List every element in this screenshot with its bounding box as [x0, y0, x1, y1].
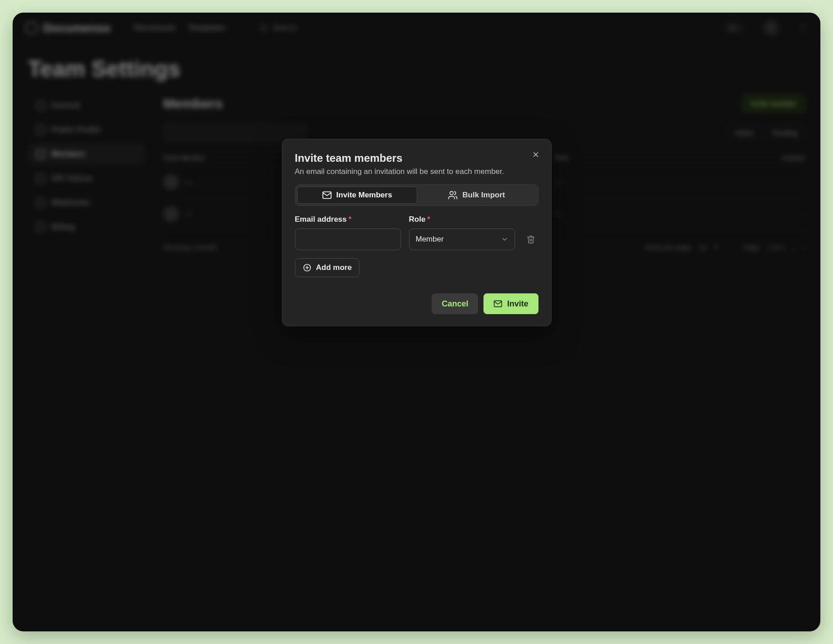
required-mark: *: [349, 215, 352, 224]
cancel-label: Cancel: [442, 299, 468, 309]
invite-button[interactable]: Invite: [483, 293, 538, 314]
mail-icon: [322, 190, 332, 200]
cancel-button[interactable]: Cancel: [432, 293, 478, 314]
remove-row-button[interactable]: [523, 228, 538, 250]
invite-form-row: Email address* Role* Member: [295, 215, 538, 250]
tab-invite-label: Invite Members: [336, 191, 392, 200]
tab-invite-members[interactable]: Invite Members: [297, 187, 417, 204]
role-field-wrapper: Role* Member: [409, 215, 515, 250]
role-value: Member: [416, 235, 444, 244]
app-window: Documenso Documents Templates Search ⌘ K…: [13, 13, 820, 631]
email-label: Email address*: [295, 215, 401, 224]
modal-title: Invite team members: [295, 152, 538, 164]
modal-subtitle: An email containing an invitation will b…: [295, 167, 538, 176]
tab-bulk-label: Bulk Import: [462, 191, 505, 200]
chevron-down-icon: [501, 236, 508, 243]
email-label-text: Email address: [295, 215, 347, 224]
role-label: Role*: [409, 215, 515, 224]
required-mark: *: [427, 215, 430, 224]
plus-circle-icon: [303, 263, 312, 272]
trash-icon: [526, 235, 535, 244]
mail-icon: [493, 299, 502, 308]
email-field-wrapper: Email address*: [295, 215, 401, 250]
email-input[interactable]: [295, 228, 401, 250]
close-icon: [532, 151, 540, 159]
role-select[interactable]: Member: [409, 228, 515, 250]
role-label-text: Role: [409, 215, 426, 224]
invite-label: Invite: [507, 299, 528, 309]
invite-members-modal: Invite team members An email containing …: [282, 139, 552, 326]
modal-overlay[interactable]: Invite team members An email containing …: [13, 13, 820, 631]
tab-bulk-import[interactable]: Bulk Import: [417, 187, 536, 204]
close-button[interactable]: [529, 148, 542, 161]
add-more-label: Add more: [316, 263, 352, 272]
modal-tabs: Invite Members Bulk Import: [295, 184, 538, 206]
users-icon: [448, 190, 458, 200]
modal-actions: Cancel Invite: [295, 293, 538, 314]
svg-point-5: [450, 192, 453, 195]
add-more-button[interactable]: Add more: [295, 258, 359, 277]
